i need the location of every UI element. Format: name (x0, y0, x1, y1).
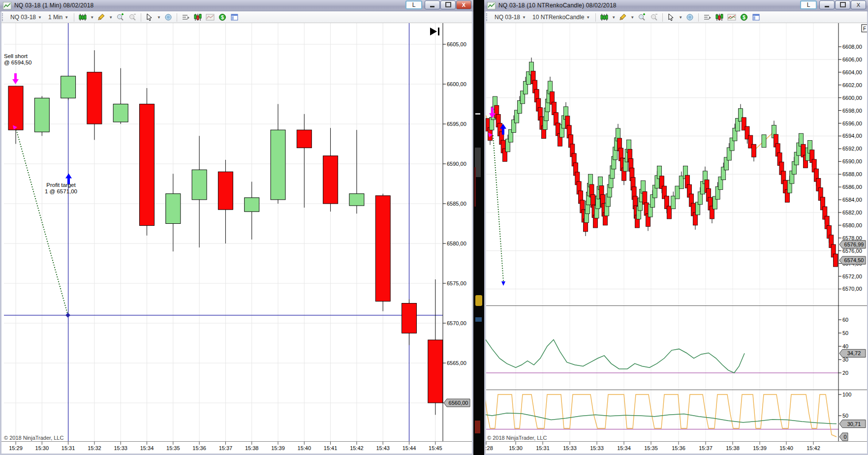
restore-button[interactable] (835, 0, 850, 9)
svg-text:6575,00: 6575,00 (447, 280, 466, 286)
window-title: NQ 03-18 (10 NTRenkoCandle) 08/02/2018 (498, 2, 617, 9)
svg-text:6585,00: 6585,00 (447, 201, 466, 207)
link-button[interactable]: L (405, 0, 422, 9)
svg-text:Profit target: Profit target (46, 182, 76, 188)
chevron-down-icon[interactable]: ▼ (157, 15, 161, 20)
svg-text:6595,00: 6595,00 (447, 121, 466, 127)
chevron-down-icon[interactable]: ▼ (109, 15, 113, 20)
grid (486, 23, 838, 441)
chevron-down-icon[interactable]: ▼ (612, 15, 616, 20)
instrument-selector[interactable]: NQ 03-18▼ (8, 13, 44, 21)
svg-text:15:34: 15:34 (140, 445, 154, 451)
toolbar-separator (698, 13, 699, 22)
background-artifact (475, 113, 480, 115)
svg-text:15:33: 15:33 (563, 445, 577, 451)
fill-diamond (65, 313, 70, 318)
svg-text:6590,00: 6590,00 (447, 161, 466, 167)
toolbar-renko: NQ 03-18▼ 10 NTRenkoCandle▼ ▼ ▼ ▼ $ (484, 12, 868, 23)
close-button[interactable]: X (851, 0, 866, 9)
titlebar-1min[interactable]: NQ 03-18 (1 Min) 08/02/2018 L X (0, 0, 473, 11)
svg-text:15:38: 15:38 (245, 445, 259, 451)
instrument-selector[interactable]: NQ 03-18▼ (493, 13, 528, 21)
interval-selector[interactable]: 10 NTRenkoCandle▼ (530, 13, 592, 21)
cursor-button[interactable] (145, 13, 155, 22)
svg-text:$: $ (221, 15, 224, 20)
chevron-down-icon: ▼ (38, 15, 42, 20)
toolbar-grip[interactable] (2, 13, 5, 21)
svg-text:15:36: 15:36 (672, 445, 685, 451)
cursor-button[interactable] (666, 13, 676, 22)
price-chart-1min[interactable]: Sell short@ 6594,50Profit target1 @ 6571… (0, 23, 473, 455)
zoom-in-button[interactable] (637, 13, 647, 22)
renko-chart[interactable]: 6608,006606,006604,006602,006600,006598,… (484, 23, 868, 455)
indicators-button[interactable] (727, 13, 737, 22)
chevron-down-icon[interactable]: ▼ (90, 15, 94, 20)
drawing-tools-button[interactable] (96, 13, 106, 22)
link-button[interactable]: L (800, 0, 817, 9)
svg-text:6576,99: 6576,99 (844, 242, 864, 247)
background-strip (473, 0, 484, 455)
background-artifact (475, 317, 482, 322)
svg-text:15:36: 15:36 (192, 445, 206, 451)
drawing-tools-button[interactable] (618, 13, 628, 22)
toolbar-grip[interactable] (486, 13, 489, 21)
data-series-button[interactable] (181, 13, 190, 22)
indicators-button[interactable] (205, 13, 215, 22)
copyright: © 2018 NinjaTrader, LLC (4, 435, 63, 441)
toolbar-separator (74, 13, 74, 22)
svg-text:15:37: 15:37 (699, 445, 713, 451)
price-badge: 0 (839, 433, 848, 441)
svg-text:15:41: 15:41 (324, 445, 338, 451)
instrument-label: NQ 03-18 (10, 14, 36, 21)
svg-text:15:45: 15:45 (429, 445, 442, 451)
ninjatrader-workspace: NQ 03-18 (1 Min) 08/02/2018 L X NQ 03-18… (0, 0, 868, 455)
svg-text:6576,00: 6576,00 (842, 248, 862, 254)
svg-text:6600,00: 6600,00 (447, 81, 466, 87)
svg-text:15:35: 15:35 (166, 445, 180, 451)
minimize-button[interactable] (425, 0, 440, 9)
svg-text:15:31: 15:31 (536, 445, 550, 451)
crosshair-button[interactable] (685, 13, 695, 22)
interval-label: 10 NTRenkoCandle (532, 14, 584, 21)
dollar-button[interactable]: $ (739, 13, 749, 22)
minimize-button[interactable] (819, 0, 835, 9)
svg-text:15:39: 15:39 (753, 445, 767, 451)
toolbar-1min: NQ 03-18▼ 1 Min▼ ▼ ▼ ▼ $ (0, 12, 473, 23)
chart-style-button[interactable] (599, 13, 609, 22)
properties-button[interactable] (751, 13, 761, 22)
svg-text:15:43: 15:43 (376, 445, 390, 451)
svg-text:6594,00: 6594,00 (842, 133, 862, 139)
titlebar-renko[interactable]: NQ 03-18 (10 NTRenkoCandle) 08/02/2018 L… (484, 0, 868, 11)
dollar-button[interactable]: $ (217, 13, 227, 22)
svg-text:6565,00: 6565,00 (447, 360, 466, 366)
properties-button[interactable] (230, 13, 240, 22)
close-button[interactable]: X (456, 0, 471, 9)
data-series-button[interactable] (702, 13, 712, 22)
copyright: © 2018 NinjaTrader, LLC (487, 435, 547, 441)
play-to-end-icon[interactable] (430, 28, 439, 35)
svg-text:$: $ (743, 15, 745, 20)
chevron-down-icon[interactable]: ▼ (679, 15, 682, 20)
zoom-out-button[interactable] (649, 13, 659, 22)
chart-trader-button[interactable] (714, 13, 724, 22)
price-badge: 34,72 (839, 349, 866, 357)
svg-text:@ 6594,50: @ 6594,50 (4, 60, 31, 65)
zoom-in-button[interactable] (115, 13, 125, 22)
toolbar-separator (662, 13, 663, 22)
chevron-down-icon[interactable]: ▼ (630, 15, 634, 20)
svg-text:6604,00: 6604,00 (842, 69, 862, 75)
background-artifact (475, 421, 480, 433)
svg-text:6598,00: 6598,00 (842, 108, 862, 114)
chart-window-1min: NQ 03-18 (1 Min) 08/02/2018 L X NQ 03-18… (0, 0, 473, 455)
svg-text:0: 0 (843, 434, 846, 440)
indicator-line (484, 413, 837, 424)
svg-text:60: 60 (842, 317, 848, 323)
crosshair-button[interactable] (163, 13, 173, 22)
interval-selector[interactable]: 1 Min▼ (46, 13, 70, 21)
zoom-out-button[interactable] (127, 13, 137, 22)
svg-text:6574,50: 6574,50 (844, 257, 864, 263)
restore-button[interactable] (440, 0, 456, 9)
background-artifact (475, 295, 482, 306)
chart-style-button[interactable] (78, 13, 88, 22)
chart-trader-button[interactable] (193, 13, 203, 22)
